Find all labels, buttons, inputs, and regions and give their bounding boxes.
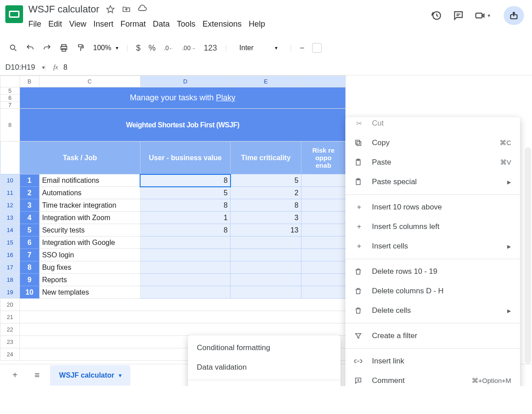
task-cell[interactable]: Bug fixes: [39, 261, 140, 274]
task-cell[interactable]: SSO login: [39, 249, 140, 261]
row-header[interactable]: 12: [0, 199, 20, 212]
formula-bar[interactable]: fx 8: [46, 63, 67, 71]
add-sheet-button[interactable]: +: [6, 366, 24, 385]
data-cell[interactable]: [140, 249, 231, 261]
data-cell[interactable]: 1: [140, 212, 231, 224]
menu-insert[interactable]: Insert: [94, 18, 120, 31]
menu-format[interactable]: Format: [121, 18, 152, 31]
row-header[interactable]: 10: [0, 174, 20, 187]
sub-cond-format[interactable]: Conditional formatting: [188, 338, 340, 358]
all-sheets-button[interactable]: ≡: [28, 366, 46, 385]
data-cell[interactable]: [301, 286, 346, 299]
data-cell[interactable]: [140, 286, 231, 299]
row-header[interactable]: 15: [0, 237, 20, 249]
data-cell[interactable]: 8: [140, 174, 231, 187]
task-index[interactable]: 10: [20, 286, 39, 299]
menu-data[interactable]: Data: [153, 18, 176, 31]
ctx-insert-link[interactable]: Insert link: [345, 351, 520, 371]
data-cell[interactable]: [231, 261, 301, 274]
col-header[interactable]: C: [39, 76, 140, 87]
data-cell[interactable]: [301, 237, 346, 249]
vertical-scrollbar[interactable]: [525, 147, 531, 364]
font-size-box[interactable]: [312, 43, 322, 53]
meet-button[interactable]: ▾: [474, 10, 490, 21]
menu-edit[interactable]: Edit: [48, 18, 68, 31]
task-cell[interactable]: New templates: [39, 286, 140, 299]
hdr-rroe[interactable]: Risk re oppo enab: [301, 142, 346, 174]
task-index[interactable]: 6: [20, 237, 39, 249]
col-header[interactable]: B: [20, 76, 39, 87]
row-header[interactable]: 14: [0, 224, 20, 237]
select-all-corner[interactable]: [0, 76, 20, 87]
row-header[interactable]: 5: [0, 87, 20, 95]
task-cell[interactable]: Time tracker integration: [39, 199, 140, 212]
menu-view[interactable]: View: [69, 18, 93, 31]
data-cell[interactable]: [301, 249, 346, 261]
data-cell[interactable]: [231, 286, 301, 299]
col-header-e[interactable]: E: [231, 76, 301, 87]
hdr-task[interactable]: Task / Job: [20, 142, 140, 174]
task-index[interactable]: 7: [20, 249, 39, 261]
data-cell[interactable]: 8: [140, 199, 231, 212]
row-header[interactable]: 6: [0, 95, 20, 102]
col-header-d[interactable]: D: [140, 76, 231, 87]
sub-data-validation[interactable]: Data validation: [188, 358, 340, 377]
banner-link[interactable]: Plaky: [216, 93, 235, 102]
menu-tools[interactable]: Tools: [177, 18, 202, 31]
data-cell[interactable]: 5: [140, 187, 231, 199]
menu-file[interactable]: File: [28, 18, 47, 31]
task-index[interactable]: 5: [20, 224, 39, 237]
task-cell[interactable]: Integration with Google: [39, 237, 140, 249]
ctx-create-filter[interactable]: Create a filter: [345, 326, 520, 346]
data-cell[interactable]: [301, 174, 346, 187]
undo-icon[interactable]: [26, 43, 35, 52]
task-index[interactable]: 2: [20, 187, 39, 199]
comment-history-icon[interactable]: [452, 9, 465, 22]
move-folder-icon[interactable]: [121, 4, 131, 14]
name-box[interactable]: D10:H19 ▾: [0, 63, 44, 72]
search-menus-icon[interactable]: [9, 43, 18, 52]
task-cell[interactable]: Integration with Zoom: [39, 212, 140, 224]
task-cell[interactable]: Automations: [39, 187, 140, 199]
heading-cell[interactable]: Weighted Shortest Job First (WSJF): [20, 109, 345, 142]
task-index[interactable]: 4: [20, 212, 39, 224]
row-header[interactable]: 21: [0, 311, 20, 323]
sub-get-link[interactable]: Get link to this range: [188, 383, 340, 386]
ctx-delete-cells[interactable]: Delete cells▸: [345, 301, 520, 320]
data-cell[interactable]: [301, 274, 346, 286]
task-index[interactable]: 8: [20, 261, 39, 274]
data-cell[interactable]: [301, 199, 346, 212]
ctx-comment[interactable]: Comment⌘+Option+M: [345, 371, 520, 386]
cloud-status-icon[interactable]: [137, 4, 147, 14]
star-icon[interactable]: [106, 4, 115, 14]
data-cell[interactable]: [301, 261, 346, 274]
data-cell[interactable]: [140, 261, 231, 274]
doc-title[interactable]: WSJF calculator: [28, 4, 99, 15]
share-button[interactable]: [504, 6, 524, 25]
data-cell[interactable]: [140, 237, 231, 249]
row-header[interactable]: 18: [0, 274, 20, 286]
row-header[interactable]: 20: [0, 299, 20, 311]
menu-extensions[interactable]: Extensions: [203, 18, 248, 31]
print-icon[interactable]: [59, 43, 68, 52]
row-header[interactable]: 16: [0, 249, 20, 261]
font-size-decrease[interactable]: −: [300, 43, 305, 53]
data-cell[interactable]: 2: [231, 187, 301, 199]
ctx-paste[interactable]: Paste ⌘V: [345, 153, 520, 172]
zoom-select[interactable]: 100% ▾: [93, 44, 118, 52]
ctx-copy[interactable]: Copy ⌘C: [345, 133, 520, 153]
row-header[interactable]: 13: [0, 212, 20, 224]
data-cell[interactable]: [301, 187, 346, 199]
data-cell[interactable]: [140, 274, 231, 286]
row-header[interactable]: 17: [0, 261, 20, 274]
sheet-tab-active[interactable]: WSJF calculator ▾: [50, 365, 130, 386]
ctx-insert-cols[interactable]: +Insert 5 columns left: [345, 217, 520, 237]
format-123[interactable]: 123: [204, 43, 217, 53]
ctx-cut[interactable]: ✂ Cut: [345, 114, 520, 133]
task-cell[interactable]: Reports: [39, 274, 140, 286]
font-select[interactable]: Inter ▾: [235, 43, 282, 53]
paint-format-icon[interactable]: [76, 43, 85, 52]
row-header[interactable]: 22: [0, 323, 20, 336]
data-cell[interactable]: 3: [231, 212, 301, 224]
row-header[interactable]: 23: [0, 336, 20, 348]
